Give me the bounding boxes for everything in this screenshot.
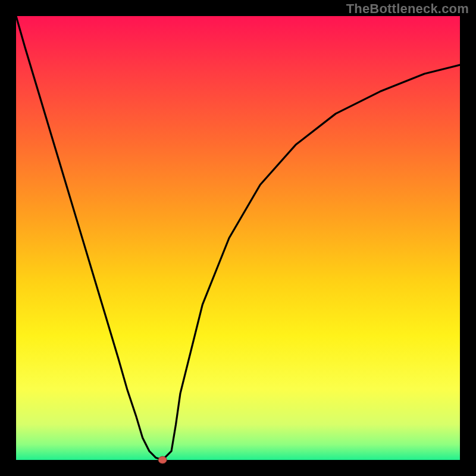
watermark-text: TheBottleneck.com: [346, 1, 469, 17]
chart-svg: [0, 0, 476, 476]
optimal-marker: [158, 456, 167, 464]
chart-frame: TheBottleneck.com: [0, 0, 476, 476]
